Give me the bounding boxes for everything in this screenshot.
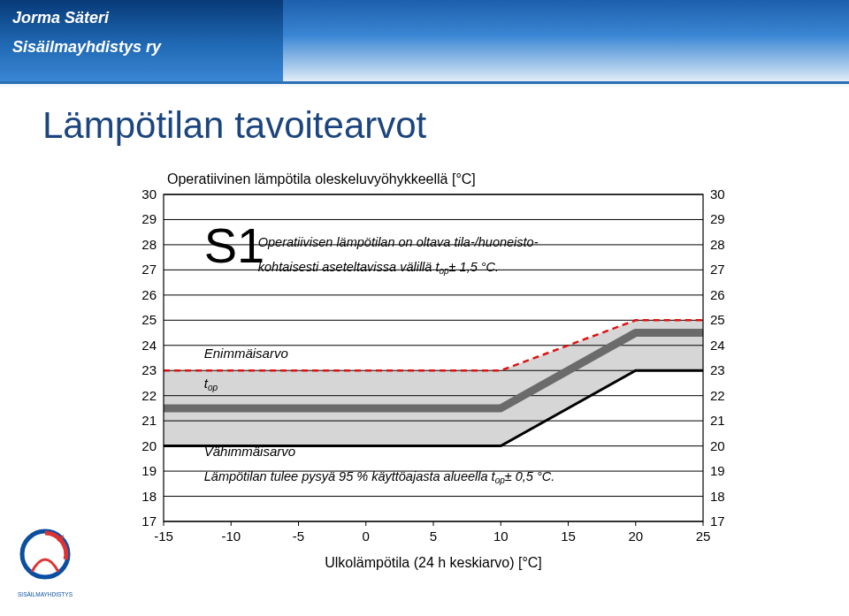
svg-text:27: 27 bbox=[142, 262, 157, 277]
svg-text:25: 25 bbox=[710, 312, 725, 327]
svg-text:25: 25 bbox=[696, 529, 711, 544]
svg-text:20: 20 bbox=[142, 438, 157, 453]
svg-text:15: 15 bbox=[561, 529, 576, 544]
svg-text:24: 24 bbox=[710, 338, 725, 353]
chart: 1717181819192020212122222323242425252626… bbox=[115, 168, 752, 574]
svg-text:21: 21 bbox=[142, 413, 157, 428]
svg-text:Operatiivinen lämpötila oleske: Operatiivinen lämpötila oleskeluvyöhykke… bbox=[167, 171, 476, 186]
svg-text:18: 18 bbox=[142, 489, 157, 504]
svg-text:20: 20 bbox=[628, 529, 643, 544]
svg-text:22: 22 bbox=[710, 388, 725, 403]
svg-text:-15: -15 bbox=[154, 529, 173, 544]
svg-text:18: 18 bbox=[710, 489, 725, 504]
svg-text:17: 17 bbox=[142, 513, 157, 529]
svg-text:0: 0 bbox=[363, 529, 370, 544]
svg-text:-5: -5 bbox=[293, 529, 304, 544]
author-name: Jorma Säteri bbox=[12, 9, 271, 27]
chart-svg: 1717181819192020212122222323242425252626… bbox=[115, 168, 752, 574]
logo-caption: SISÄILMAYHDISTYS bbox=[18, 591, 73, 597]
svg-text:26: 26 bbox=[710, 287, 725, 302]
svg-text:29: 29 bbox=[710, 211, 725, 226]
svg-text:17: 17 bbox=[710, 513, 725, 529]
logo: SISÄILMAYHDISTYS bbox=[14, 524, 76, 604]
svg-text:Operatiivisen lämpötilan on ol: Operatiivisen lämpötilan on oltava tila-… bbox=[258, 235, 539, 249]
svg-text:28: 28 bbox=[710, 237, 725, 252]
page-title: Lämpötilan tavoitearvot bbox=[42, 104, 426, 147]
svg-text:10: 10 bbox=[493, 529, 509, 544]
org-name: Sisäilmayhdistys ry bbox=[12, 38, 271, 57]
svg-text:19: 19 bbox=[710, 463, 725, 478]
svg-text:23: 23 bbox=[142, 362, 157, 377]
header-box: Jorma Säteri Sisäilmayhdistys ry bbox=[0, 0, 283, 81]
svg-text:Enimmäisarvo: Enimmäisarvo bbox=[204, 346, 288, 361]
svg-text:30: 30 bbox=[710, 186, 725, 202]
svg-text:kohtaisesti aseteltavissa väli: kohtaisesti aseteltavissa välillä top± 1… bbox=[258, 260, 499, 276]
svg-text:27: 27 bbox=[710, 262, 725, 277]
svg-text:24: 24 bbox=[142, 338, 157, 353]
svg-text:23: 23 bbox=[710, 362, 725, 377]
svg-text:Vähimmäisarvo: Vähimmäisarvo bbox=[204, 444, 295, 459]
svg-text:28: 28 bbox=[142, 237, 157, 252]
svg-text:22: 22 bbox=[142, 388, 157, 403]
svg-text:Ulkolämpötila (24 h keskiarvo): Ulkolämpötila (24 h keskiarvo) [°C] bbox=[325, 555, 542, 570]
svg-text:30: 30 bbox=[142, 186, 157, 202]
header-rule bbox=[0, 81, 849, 84]
svg-text:26: 26 bbox=[142, 287, 157, 302]
svg-text:5: 5 bbox=[430, 529, 437, 544]
svg-text:S1: S1 bbox=[204, 217, 265, 273]
svg-text:29: 29 bbox=[142, 211, 157, 226]
svg-text:25: 25 bbox=[142, 312, 157, 327]
svg-text:-10: -10 bbox=[221, 529, 241, 544]
svg-text:19: 19 bbox=[142, 463, 157, 478]
svg-text:20: 20 bbox=[710, 438, 725, 453]
svg-text:21: 21 bbox=[710, 413, 725, 428]
